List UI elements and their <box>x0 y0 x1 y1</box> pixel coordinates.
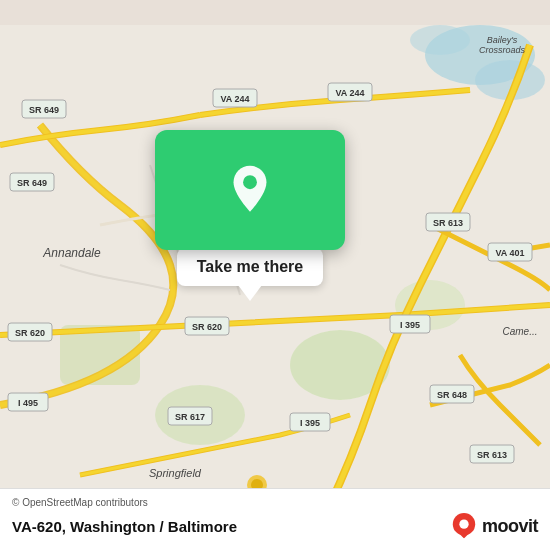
svg-text:SR 648: SR 648 <box>437 390 467 400</box>
take-me-there-button[interactable]: Take me there <box>177 248 323 286</box>
svg-text:Came...: Came... <box>502 326 537 337</box>
svg-text:SR 649: SR 649 <box>29 105 59 115</box>
location-pin-icon <box>224 164 276 216</box>
moovit-wordmark: moovit <box>482 516 538 537</box>
moovit-logo-icon: moovit <box>450 512 538 540</box>
svg-text:SR 613: SR 613 <box>477 450 507 460</box>
svg-text:I 495: I 495 <box>18 398 38 408</box>
svg-text:SR 649: SR 649 <box>17 178 47 188</box>
popup-card <box>155 130 345 250</box>
bottom-bar: © OpenStreetMap contributors VA-620, Was… <box>0 488 550 550</box>
location-label: VA-620, Washington / Baltimore <box>12 518 237 535</box>
svg-text:Springfield: Springfield <box>149 467 202 479</box>
svg-text:Crossroads: Crossroads <box>479 45 526 55</box>
svg-text:SR 617: SR 617 <box>175 412 205 422</box>
svg-point-43 <box>243 175 257 189</box>
svg-text:SR 620: SR 620 <box>192 322 222 332</box>
map-container: SR 649 SR 649 VA 244 VA 244 SR 613 I 395… <box>0 0 550 550</box>
svg-text:VA 244: VA 244 <box>220 94 249 104</box>
attribution-text: © OpenStreetMap contributors <box>12 497 538 508</box>
svg-text:SR 613: SR 613 <box>433 218 463 228</box>
bottom-row: VA-620, Washington / Baltimore moovit <box>12 512 538 540</box>
svg-text:Annandale: Annandale <box>42 246 101 260</box>
svg-text:VA 401: VA 401 <box>495 248 524 258</box>
svg-text:I 395: I 395 <box>400 320 420 330</box>
svg-text:I 395: I 395 <box>300 418 320 428</box>
svg-text:Bailey's: Bailey's <box>487 35 518 45</box>
moovit-pin-icon <box>450 512 478 540</box>
popup-tail <box>238 285 262 301</box>
map-popup: Take me there <box>155 130 345 301</box>
svg-point-3 <box>410 25 470 55</box>
svg-point-45 <box>459 519 468 528</box>
svg-text:VA 244: VA 244 <box>335 88 364 98</box>
svg-text:SR 620: SR 620 <box>15 328 45 338</box>
